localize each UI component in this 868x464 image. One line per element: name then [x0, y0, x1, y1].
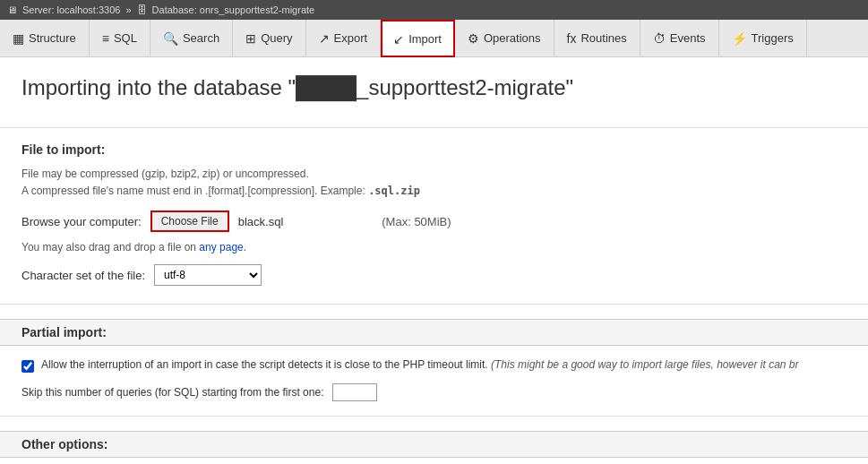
- browse-label: Browse your computer:: [21, 215, 142, 228]
- other-options-title-bar: Other options:: [0, 431, 868, 458]
- tab-sql-label: SQL: [114, 31, 137, 45]
- main-content: Importing into the database "████_suppor…: [0, 57, 868, 464]
- drag-text-prefix: You may also drag and drop a file on: [21, 241, 199, 253]
- tab-import[interactable]: ↙ Import: [381, 20, 455, 57]
- database-label: Database: onrs_supporttest2-migrate: [152, 4, 315, 15]
- skip-queries-row: Skip this number of queries (for SQL) st…: [21, 383, 847, 401]
- title-bar: 🖥 Server: localhost:3306 » 🗄 Database: o…: [0, 0, 868, 20]
- title-prefix: Importing into the database ": [21, 75, 296, 99]
- partial-import-section: Partial import: Allow the interruption o…: [21, 319, 847, 401]
- triggers-icon: ⚡: [732, 31, 747, 46]
- allow-interrupt-text: Allow the interruption of an import in c…: [41, 358, 488, 371]
- allow-interrupt-row: Allow the interruption of an import in c…: [21, 358, 847, 373]
- title-suffix: ": [566, 75, 574, 99]
- query-icon: ⊞: [245, 31, 256, 46]
- server-icon: 🖥: [7, 4, 17, 15]
- info-text: File may be compressed (gzip, bzip2, zip…: [21, 166, 847, 200]
- skip-queries-input[interactable]: 0: [332, 383, 377, 401]
- allow-interrupt-checkbox[interactable]: [21, 360, 34, 373]
- choose-file-button[interactable]: Choose File: [150, 211, 229, 232]
- selected-file-name: black.sql: [238, 215, 284, 228]
- tab-routines[interactable]: fx Routines: [554, 20, 640, 56]
- import-icon: ↙: [393, 32, 404, 47]
- tab-routines-label: Routines: [580, 31, 626, 45]
- breadcrumb-separator: »: [125, 4, 131, 15]
- page-title: Importing into the database "████_suppor…: [21, 75, 847, 109]
- allow-interrupt-label: Allow the interruption of an import in c…: [41, 358, 799, 371]
- skip-label: Skip this number of queries (for SQL) st…: [21, 386, 323, 399]
- charset-select[interactable]: utf-8 latin1 utf16: [154, 264, 262, 286]
- export-icon: ↗: [319, 31, 330, 46]
- divider-partial: [0, 304, 868, 305]
- example-extension: .sql.zip: [368, 185, 420, 197]
- sql-icon: ≡: [102, 31, 109, 46]
- tab-sql[interactable]: ≡ SQL: [90, 20, 150, 56]
- tab-export[interactable]: ↗ Export: [306, 20, 382, 56]
- tab-structure[interactable]: ▦ Structure: [0, 20, 90, 56]
- routines-icon: fx: [567, 31, 577, 46]
- tab-events[interactable]: ⏱ Events: [640, 20, 719, 56]
- any-page-link[interactable]: any page: [199, 241, 243, 253]
- database-icon: 🗄: [137, 4, 147, 15]
- tab-triggers-label: Triggers: [752, 31, 794, 45]
- tab-triggers[interactable]: ⚡ Triggers: [719, 20, 807, 56]
- tab-import-label: Import: [408, 32, 442, 46]
- drag-drop-text: You may also drag and drop a file on any…: [21, 241, 847, 253]
- max-size-label: (Max: 50MiB): [382, 215, 451, 228]
- tab-query-label: Query: [261, 31, 292, 45]
- tab-operations-label: Operations: [484, 31, 541, 45]
- search-icon: 🔍: [163, 31, 178, 46]
- nav-tabs: ▦ Structure ≡ SQL 🔍 Search ⊞ Query ↗ Exp…: [0, 20, 868, 57]
- server-label: Server: localhost:3306: [22, 4, 120, 15]
- charset-label: Character set of the file:: [21, 269, 145, 282]
- file-to-import-section: File to import: File may be compressed (…: [21, 142, 847, 286]
- divider-other: [0, 416, 868, 417]
- partial-import-title-bar: Partial import:: [0, 319, 868, 346]
- tab-structure-label: Structure: [29, 31, 76, 45]
- file-row: Browse your computer: Choose File black.…: [21, 211, 847, 232]
- other-options-section: Other options:: [21, 431, 847, 464]
- info-line2: A compressed file's name must end in .[f…: [21, 185, 368, 197]
- tab-search-label: Search: [183, 31, 219, 45]
- drag-text-suffix: .: [244, 241, 246, 253]
- partial-import-label: Partial import:: [21, 325, 107, 339]
- charset-row: Character set of the file: utf-8 latin1 …: [21, 264, 847, 286]
- tab-export-label: Export: [334, 31, 368, 45]
- other-options-label: Other options:: [21, 437, 107, 451]
- info-line1: File may be compressed (gzip, bzip2, zip…: [21, 168, 309, 180]
- operations-icon: ⚙: [468, 31, 479, 46]
- db-name: ████_supporttest2-migrate: [296, 75, 565, 99]
- tab-query[interactable]: ⊞ Query: [233, 20, 305, 56]
- structure-icon: ▦: [13, 31, 24, 46]
- tab-events-label: Events: [670, 31, 706, 45]
- tab-search[interactable]: 🔍 Search: [150, 20, 233, 56]
- divider-top: [0, 127, 868, 128]
- file-section-label: File to import:: [21, 142, 847, 157]
- tab-operations[interactable]: ⚙ Operations: [455, 20, 554, 56]
- allow-interrupt-italic: (This might be a good way to import larg…: [491, 358, 799, 371]
- events-icon: ⏱: [653, 31, 666, 46]
